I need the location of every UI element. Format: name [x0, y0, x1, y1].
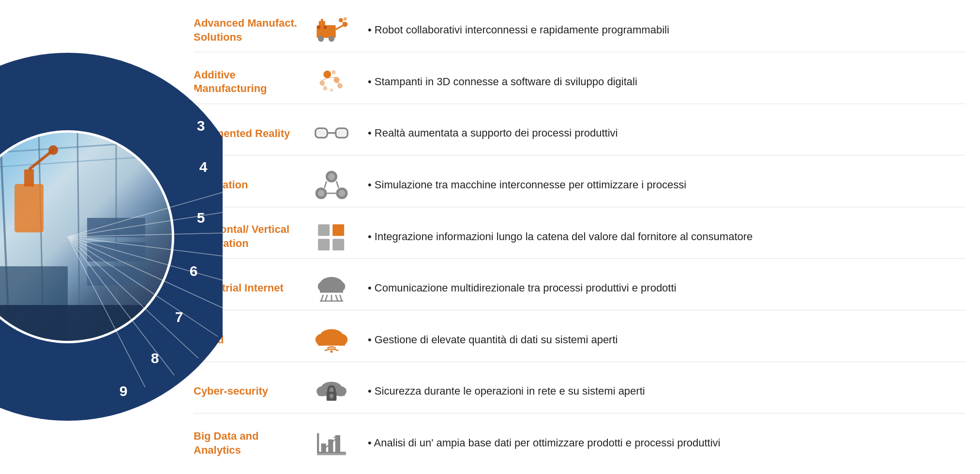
segment-6: 6 [190, 263, 198, 279]
item-desc-9: Analisi di un' ampia base dati per ottim… [358, 436, 965, 451]
item-icon-1 [305, 16, 358, 45]
svg-point-67 [339, 190, 346, 197]
item-row-4: Simulation Simulazione tra macchine inte… [194, 164, 965, 207]
svg-rect-69 [332, 224, 344, 236]
content-section: Advanced Manufact. Solutions [184, 0, 980, 474]
item-desc-4: Simulazione tra macchine interconnesse p… [358, 178, 965, 193]
chart-icon [315, 429, 348, 458]
item-icon-4 [305, 170, 358, 199]
svg-point-45 [337, 83, 343, 89]
item-icon-8 [305, 377, 358, 406]
item-desc-7: Gestione di elevate quantità di dati su … [358, 333, 965, 348]
wheel-svg: 1 2 3 4 5 6 7 8 9 [0, 0, 223, 474]
main-container: 1 2 3 4 5 6 7 8 9 Advanced Manufact. Sol… [0, 0, 980, 474]
robot-icon [315, 16, 348, 45]
svg-line-76 [321, 294, 323, 301]
segment-1: 1 [173, 57, 181, 73]
segment-8: 8 [151, 350, 159, 366]
svg-point-32 [317, 26, 320, 29]
svg-rect-93 [331, 396, 332, 398]
svg-rect-58 [337, 130, 346, 136]
item-icon-2 [305, 67, 358, 96]
svg-point-65 [328, 173, 335, 180]
item-icon-6 [305, 274, 358, 303]
grid-icon [315, 222, 348, 251]
cloud-signal-icon [315, 274, 348, 303]
item-desc-5: Integrazione informazioni lungo la caten… [358, 229, 965, 245]
svg-line-77 [325, 294, 327, 301]
3dprint-icon [315, 67, 348, 96]
item-icon-9 [305, 429, 358, 458]
svg-point-37 [329, 36, 334, 42]
segment-7: 7 [175, 309, 183, 325]
svg-line-48 [322, 78, 328, 80]
svg-rect-10 [15, 184, 44, 232]
svg-line-62 [324, 182, 326, 188]
item-desc-8: Sicurezza durante le operazioni in rete … [358, 384, 965, 399]
item-row-3: Augmented Reality Realtà aumentata a sup… [194, 112, 965, 155]
item-row-5: Horizontal/ Vertical Integration Integra… [194, 215, 965, 259]
svg-point-47 [330, 89, 333, 92]
item-row-6: Industrial Internet [194, 267, 965, 310]
svg-rect-11 [24, 169, 34, 186]
glasses-icon [315, 119, 348, 148]
svg-rect-75 [320, 286, 343, 292]
svg-line-50 [337, 83, 340, 84]
svg-rect-68 [318, 224, 330, 236]
svg-rect-85 [318, 339, 345, 346]
svg-rect-14 [87, 218, 145, 237]
svg-point-33 [323, 26, 327, 29]
svg-point-36 [318, 36, 324, 42]
cloud-icon [315, 325, 348, 354]
svg-point-42 [333, 77, 339, 83]
svg-point-86 [330, 350, 332, 352]
lock-cloud-icon [315, 377, 348, 406]
svg-point-44 [332, 70, 336, 75]
svg-rect-57 [317, 130, 326, 136]
item-icon-5 [305, 222, 358, 251]
svg-rect-71 [332, 239, 344, 250]
segment-5: 5 [197, 210, 205, 226]
item-desc-3: Realtà aumentata a supporto dei processi… [358, 126, 965, 141]
item-row-7: Cloud Gestione di elevate quantità di da… [194, 319, 965, 362]
item-row-9: Big Data and Analytics [194, 422, 965, 465]
item-row-2: Additive Manufacturing [194, 61, 965, 104]
item-row-1: Advanced Manufact. Solutions [194, 9, 965, 52]
svg-rect-95 [317, 433, 319, 454]
segment-4: 4 [199, 159, 208, 175]
svg-rect-31 [321, 19, 323, 22]
svg-point-40 [342, 21, 345, 24]
item-icon-3 [305, 119, 358, 148]
svg-point-46 [323, 87, 328, 91]
item-desc-6: Comunicazione multidirezionale tra proce… [358, 281, 965, 296]
item-row-8: Cyber-security Sicurezza durante le oper… [194, 370, 965, 413]
svg-rect-70 [318, 239, 330, 250]
simulation-icon [315, 170, 348, 199]
item-desc-1: Robot collaborativi interconnessi e rapi… [358, 23, 965, 38]
item-icon-7 [305, 325, 358, 354]
svg-point-66 [318, 190, 325, 197]
svg-point-38 [339, 18, 343, 22]
svg-point-41 [323, 71, 331, 78]
segment-2: 2 [189, 86, 197, 102]
svg-line-51 [322, 86, 325, 87]
svg-point-43 [320, 80, 325, 86]
svg-line-79 [336, 294, 338, 301]
segment-9: 9 [120, 383, 128, 399]
svg-line-80 [340, 294, 342, 301]
svg-point-39 [344, 17, 347, 20]
svg-point-13 [48, 145, 58, 155]
svg-line-63 [336, 182, 338, 188]
item-desc-2: Stampanti in 3D connesse a software di s… [358, 75, 965, 90]
segment-3: 3 [197, 118, 205, 134]
wheel-section: 1 2 3 4 5 6 7 8 9 [0, 0, 184, 474]
